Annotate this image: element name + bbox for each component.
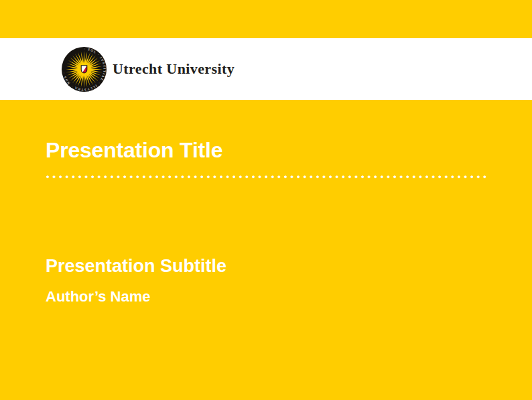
header-band: · SOL · IVSTITIAE · ILLVSTRA · NOS · Utr… bbox=[0, 38, 532, 100]
utrecht-shield-icon bbox=[81, 65, 87, 72]
dotted-divider bbox=[46, 175, 488, 179]
title-slide: · SOL · IVSTITIAE · ILLVSTRA · NOS · Utr… bbox=[0, 0, 532, 400]
presentation-title: Presentation Title bbox=[46, 139, 222, 162]
presentation-subtitle: Presentation Subtitle bbox=[46, 257, 226, 277]
author-name: Author’s Name bbox=[46, 289, 150, 305]
utrecht-sun-seal-icon: · SOL · IVSTITIAE · ILLVSTRA · NOS · bbox=[62, 47, 107, 92]
university-wordmark: Utrecht University bbox=[113, 60, 235, 78]
